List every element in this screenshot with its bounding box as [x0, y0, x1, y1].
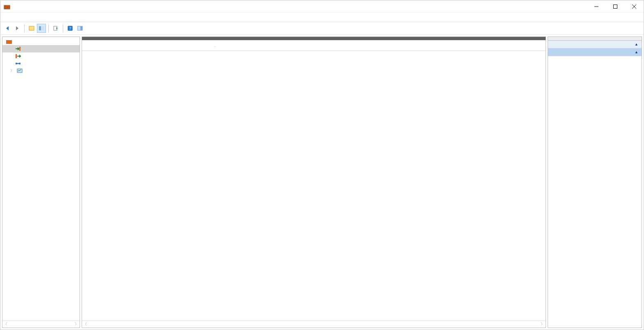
firewall-app-icon	[4, 3, 10, 10]
inbound-icon	[15, 46, 21, 52]
grid-body[interactable]	[82, 51, 546, 321]
titlebar	[0, 0, 644, 13]
col-override[interactable]	[324, 44, 350, 47]
toolbar: ?	[0, 22, 644, 35]
col-remote-address[interactable]	[418, 44, 462, 47]
main-body: 〉 〈〉 ︿	[0, 35, 644, 330]
col-protocol[interactable]	[462, 44, 489, 47]
grid-scrollbar[interactable]: 〈〉	[82, 321, 546, 328]
col-name[interactable]	[82, 44, 182, 47]
outbound-icon	[15, 53, 21, 59]
col-program[interactable]	[350, 44, 379, 47]
col-enabled[interactable]	[272, 44, 299, 47]
menubar	[0, 13, 644, 22]
svg-rect-2	[614, 5, 617, 8]
detail-pane-button[interactable]	[75, 24, 84, 33]
col-profile[interactable]	[249, 44, 272, 47]
help-button[interactable]: ?	[66, 24, 75, 33]
actions-section-rule[interactable]: ▲	[548, 48, 642, 56]
forward-button[interactable]	[13, 24, 22, 33]
actions-pane: ▲ ▲	[548, 36, 642, 328]
app-window: ?	[0, 0, 644, 330]
svg-rect-14	[16, 63, 17, 64]
col-local-address[interactable]	[379, 44, 418, 47]
expander-icon[interactable]: 〉	[10, 68, 15, 74]
tree-scrollbar[interactable]: 〈〉	[2, 321, 80, 328]
actions-section-inbound[interactable]: ▲	[548, 41, 642, 48]
menu-view[interactable]	[18, 16, 25, 18]
toolbar-separator	[48, 24, 49, 32]
toolbar-separator	[63, 24, 63, 32]
tree-connection-security-rules[interactable]	[2, 60, 80, 67]
tree-pane: 〉 〈〉	[2, 36, 80, 328]
svg-rect-0	[4, 5, 10, 9]
svg-rect-13	[16, 54, 17, 58]
tree-outbound-rules[interactable]	[2, 52, 80, 60]
svg-text:?: ?	[69, 26, 71, 31]
svg-rect-4	[39, 26, 41, 30]
tree-inbound-rules[interactable]	[2, 45, 80, 52]
back-button[interactable]	[3, 24, 12, 33]
col-local-port[interactable]	[489, 44, 522, 47]
svg-rect-10	[80, 26, 82, 30]
tree-root[interactable]	[2, 38, 80, 45]
svg-rect-15	[19, 63, 21, 64]
svg-rect-5	[41, 26, 44, 30]
nav-tree: 〉	[2, 37, 80, 321]
rules-header	[82, 37, 546, 40]
svg-rect-3	[29, 26, 34, 30]
col-remote-port[interactable]	[522, 44, 542, 47]
tree-monitoring[interactable]: 〉	[2, 67, 80, 75]
actions-header	[548, 37, 642, 41]
col-group[interactable]: ︿	[182, 44, 249, 47]
menu-file[interactable]	[4, 16, 10, 18]
sort-caret-icon: ︿	[213, 44, 217, 47]
grid-header: ︿	[82, 40, 546, 51]
conn-sec-icon	[15, 60, 21, 67]
menu-help[interactable]	[26, 16, 32, 18]
close-button[interactable]	[625, 0, 644, 13]
firewall-icon	[6, 38, 12, 45]
collapse-caret-icon: ▲	[635, 50, 638, 54]
col-action[interactable]	[299, 44, 324, 47]
menu-action[interactable]	[11, 16, 18, 18]
svg-rect-12	[19, 47, 21, 51]
properties-button[interactable]	[37, 24, 46, 33]
minimize-button[interactable]	[587, 0, 606, 13]
svg-rect-11	[6, 40, 12, 44]
monitoring-icon	[16, 68, 23, 74]
show-hide-tree-button[interactable]	[27, 24, 36, 33]
maximize-button[interactable]	[606, 0, 625, 13]
toolbar-separator	[24, 24, 25, 32]
collapse-caret-icon: ▲	[635, 42, 638, 46]
export-button[interactable]	[51, 24, 60, 33]
rules-pane: ︿ 〈〉	[82, 36, 546, 328]
